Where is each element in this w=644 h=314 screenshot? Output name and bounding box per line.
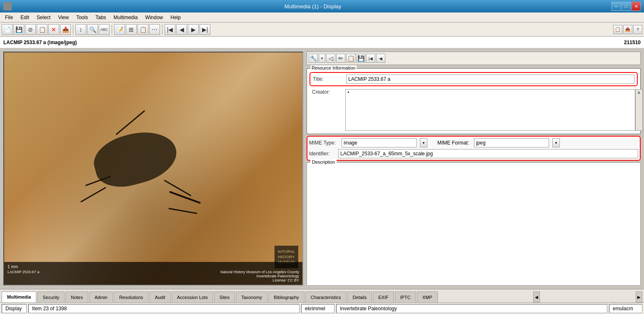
tb-prev[interactable]: ◀ [176, 24, 187, 35]
image-credits: Natural History Museum of Los Angeles Co… [220, 270, 299, 282]
tb-help[interactable]: ? [633, 25, 642, 34]
menu-tabs[interactable]: Tabs [92, 14, 109, 21]
title-row: Title: [311, 74, 636, 85]
menu-window[interactable]: Window [142, 14, 167, 21]
mime-type-dropdown[interactable]: ▼ [420, 138, 427, 147]
creator-scroll[interactable]: ≡ [635, 89, 643, 131]
tb-first[interactable]: |◀ [165, 24, 175, 35]
resource-section-label: Resource Information [310, 65, 357, 70]
rt-copy[interactable]: 📋 [346, 54, 355, 63]
record-bar: LACMIP 2533.67 a (image/jpeg) 211510 [0, 37, 644, 48]
tb-next[interactable]: ▶ [188, 24, 199, 35]
tb-text[interactable]: 📝 [114, 24, 125, 35]
creator-label: Creator: [312, 89, 345, 95]
rt-edit[interactable]: ✏ [336, 54, 345, 63]
menu-multimedia[interactable]: Multimedia [110, 14, 141, 21]
status-user: ekrimmel [301, 304, 334, 313]
tb-sort[interactable]: ↕ [75, 24, 86, 35]
tb-right1[interactable]: 📋 [613, 25, 622, 34]
tab-exif[interactable]: EXIF [373, 292, 394, 302]
window-controls: ─ □ ✕ [612, 2, 641, 11]
title-label: Title: [313, 76, 346, 82]
tab-scroll-right[interactable]: ▶ [636, 292, 642, 302]
tb-spell[interactable]: ABC [99, 24, 110, 35]
tab-notes[interactable]: Notes [65, 292, 88, 302]
minimize-button[interactable]: ─ [612, 2, 621, 11]
tab-scroll-left[interactable]: ◀ [533, 292, 540, 302]
title-input[interactable] [346, 75, 634, 84]
tb-delete[interactable]: ✕ [48, 24, 59, 35]
tb-save[interactable]: 💾 [13, 24, 24, 35]
tb-last[interactable]: ▶| [200, 24, 210, 35]
tab-xmp[interactable]: XMP [417, 292, 438, 302]
tab-audit[interactable]: Audit [150, 292, 171, 302]
menu-file[interactable]: File [2, 14, 16, 21]
image-panel: NATURAL HISTORY MUSEUM 1 mm LACMIP 2533-… [3, 52, 303, 286]
right-panel: 🔧 ▼ ◁ ✏ 📋 💾 |◀ ◀ Resource Information Ti… [307, 52, 641, 286]
tab-sites[interactable]: Sites [214, 292, 235, 302]
menu-edit[interactable]: Edit [17, 14, 32, 21]
tb-form[interactable]: 📋 [137, 24, 148, 35]
tb-right2[interactable]: 📤 [623, 25, 632, 34]
close-button[interactable]: ✕ [632, 2, 641, 11]
identifier-input[interactable] [338, 149, 638, 158]
tb-search[interactable]: 🔍 [87, 24, 98, 35]
tb-cancel[interactable]: ⊘ [25, 24, 36, 35]
rt-back[interactable]: ◁ [326, 54, 335, 63]
tb-grid[interactable]: ⊞ [126, 24, 137, 35]
tab-details[interactable]: Details [347, 292, 372, 302]
title-highlight-box: Title: [310, 72, 638, 86]
status-info: Item 23 of 1398 [28, 304, 300, 313]
right-toolbar: 🔧 ▼ ◁ ✏ 📋 💾 |◀ ◀ [307, 52, 641, 65]
rt-prev[interactable]: ◀ [376, 54, 385, 63]
description-section: Description [307, 162, 641, 286]
menu-select[interactable]: Select [33, 14, 54, 21]
image-caption: LACMIP 2533-67 a [7, 270, 39, 282]
tab-iptc[interactable]: IPTC [395, 292, 416, 302]
rt-dropdown[interactable]: ▼ [319, 54, 325, 63]
description-textarea[interactable] [307, 163, 640, 285]
tb-sep2 [112, 25, 112, 35]
tb-export[interactable]: 📤 [60, 24, 71, 35]
app-icon [3, 2, 12, 10]
tb-more[interactable]: ⋯ [149, 24, 160, 35]
tab-bibliography[interactable]: Bibliography [268, 292, 305, 302]
record-id: 211510 [624, 40, 641, 45]
status-mode: Display [2, 304, 27, 313]
mime-type-row: MIME Type: ▼ MIME Format: ▼ [309, 138, 638, 147]
creator-area[interactable]: * [345, 89, 635, 131]
creator-value: * [347, 90, 349, 96]
creator-field-wrap: * ≡ [345, 89, 635, 131]
tab-resolutions[interactable]: Resolutions [114, 292, 148, 302]
mime-format-label: MIME Format: [437, 140, 469, 146]
menu-tools[interactable]: Tools [73, 14, 91, 21]
tab-bar: Multimedia Security Notes Admin Resoluti… [0, 289, 644, 302]
rt-save[interactable]: 💾 [356, 54, 365, 63]
mime-format-input[interactable] [474, 138, 549, 147]
maximize-button[interactable]: □ [622, 2, 631, 11]
tb-copy[interactable]: 📋 [37, 24, 47, 35]
tb-new[interactable]: 📄 [2, 24, 12, 35]
tab-accession-lots[interactable]: Accession Lots [172, 292, 213, 302]
main-content: NATURAL HISTORY MUSEUM 1 mm LACMIP 2533-… [0, 48, 644, 289]
mime-type-label: MIME Type: [309, 140, 338, 146]
menu-help[interactable]: Help [167, 14, 184, 21]
toolbar: 📄 💾 ⊘ 📋 ✕ 📤 ↕ 🔍 ABC 📝 ⊞ 📋 ⋯ |◀ ◀ ▶ ▶| 📋 … [0, 22, 644, 37]
menu-view[interactable]: View [55, 14, 72, 21]
rt-first[interactable]: |◀ [366, 54, 375, 63]
resource-info-section: Resource Information Title: Creator: * ≡ [307, 68, 641, 134]
tab-multimedia[interactable]: Multimedia [2, 292, 36, 302]
status-department: Invertebrate Paleontology [336, 304, 607, 313]
mime-format-dropdown[interactable]: ▼ [552, 138, 560, 147]
creator-row: Creator: * ≡ [310, 88, 638, 132]
tab-characteristics[interactable]: Characteristics [305, 292, 347, 302]
mime-highlight-box: MIME Type: ▼ MIME Format: ▼ Identifier: [307, 136, 641, 161]
tab-taxonomy[interactable]: Taxonomy [236, 292, 267, 302]
tab-admin[interactable]: Admin [89, 292, 113, 302]
window-title: Multimedia (1) - Display [14, 3, 612, 10]
mime-type-input[interactable] [342, 138, 417, 147]
title-bar: Multimedia (1) - Display ─ □ ✕ [0, 0, 644, 12]
tab-security[interactable]: Security [37, 292, 65, 302]
record-title: LACMIP 2533.67 a (image/jpeg) [3, 40, 77, 45]
rt-settings[interactable]: 🔧 [309, 54, 318, 63]
